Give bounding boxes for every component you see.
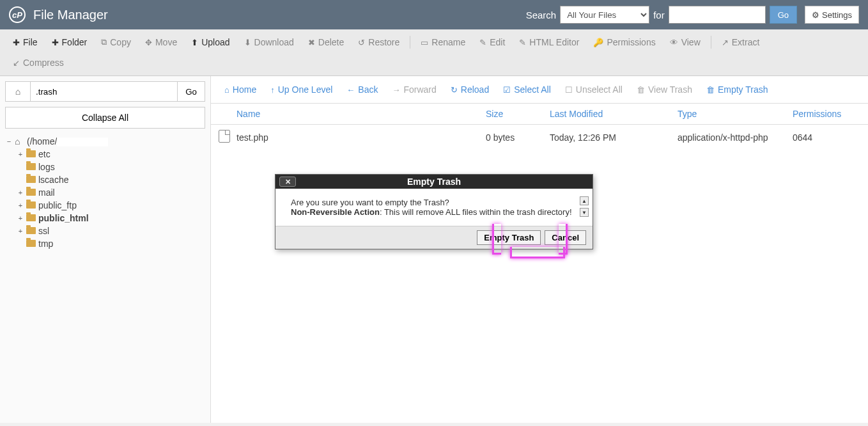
cancel-button[interactable]: Cancel [545, 230, 586, 245]
dialog-line2: Non-Reversible Action: This will remove … [291, 207, 577, 217]
tree-toggle-icon[interactable]: − [5, 138, 13, 145]
search-scope-select[interactable]: All Your Files [560, 6, 649, 24]
forward-button[interactable]: →Forward [386, 81, 442, 98]
content-toolbar: ⌂Home ↑Up One Level ←Back →Forward ↻Relo… [211, 76, 868, 104]
permissions-label: Permissions [607, 37, 655, 47]
move-button[interactable]: ✥Move [139, 33, 183, 51]
restore-icon: ↺ [358, 38, 365, 47]
file-size: 0 bytes [486, 132, 550, 143]
file-button[interactable]: ✚File [6, 33, 44, 51]
tree-item-tmp[interactable]: tmp [17, 237, 205, 250]
copy-button[interactable]: ⧉Copy [95, 33, 137, 51]
upload-button[interactable]: ⬆Upload [185, 33, 236, 51]
col-size-header[interactable]: Size [486, 109, 550, 119]
back-label: Back [358, 84, 378, 95]
gear-icon: ⚙ [812, 10, 819, 20]
tree-toggle-icon[interactable] [17, 163, 24, 171]
forward-label: Forward [403, 84, 436, 95]
main-toolbar: ✚File ✚Folder ⧉Copy ✥Move ⬆Upload ⬇Downl… [0, 29, 868, 76]
col-modified-header[interactable]: Last Modified [550, 109, 678, 119]
select-all-label: Select All [514, 84, 551, 95]
tree-toggle-icon[interactable]: + [17, 227, 24, 235]
permissions-button[interactable]: 🔑Permissions [587, 33, 662, 51]
tree-toggle-icon[interactable]: + [17, 150, 24, 158]
edit-label: Edit [490, 37, 505, 47]
home-icon: ⌂ [15, 136, 25, 146]
reload-label: Reload [461, 84, 489, 95]
tree-item-etc[interactable]: +etc [17, 148, 205, 161]
back-button[interactable]: ←Back [341, 81, 384, 98]
settings-button[interactable]: ⚙ Settings [805, 6, 859, 24]
tree-toggle-icon[interactable]: + [17, 214, 24, 222]
collapse-all-button[interactable]: Collapse All [5, 107, 205, 129]
table-row[interactable]: test.php0 bytesToday, 12:26 PMapplicatio… [211, 125, 868, 150]
dialog-close-button[interactable]: ✕ [279, 177, 296, 187]
tree-label: etc [38, 149, 50, 159]
reload-icon: ↻ [451, 85, 458, 95]
tree-item-ssl[interactable]: +ssl [17, 225, 205, 237]
download-button[interactable]: ⬇Download [238, 33, 300, 51]
compress-button[interactable]: ↙Compress [6, 54, 70, 72]
copy-label: Copy [110, 37, 131, 47]
tree-label: ssl [38, 226, 49, 236]
extract-button[interactable]: ↗Extract [715, 33, 766, 51]
tree-item-logs[interactable]: logs [17, 161, 205, 173]
search-go-button[interactable]: Go [770, 6, 797, 24]
separator [711, 36, 711, 49]
delete-button[interactable]: ✖Delete [302, 33, 350, 51]
scroll-up-button[interactable]: ▲ [580, 196, 589, 205]
home-icon: ⌂ [224, 85, 229, 95]
delete-icon: ✖ [308, 38, 315, 47]
select-all-button[interactable]: ☑Select All [497, 81, 557, 98]
html-editor-button[interactable]: ✎HTML Editor [513, 33, 585, 51]
tree-toggle-icon[interactable]: + [17, 201, 24, 209]
download-label: Download [254, 37, 294, 47]
trash-icon: 🗑 [637, 85, 645, 95]
home-button[interactable]: ⌂Home [219, 81, 262, 98]
tree-toggle-icon[interactable] [17, 176, 24, 184]
confirm-empty-trash-button[interactable]: Empty Trash [477, 230, 541, 245]
path-go-button[interactable]: Go [178, 81, 205, 102]
compress-icon: ↙ [13, 58, 20, 68]
tree-root[interactable]: − ⌂ (/home/ [5, 135, 205, 148]
folder-label: Folder [62, 37, 88, 47]
tree-toggle-icon[interactable]: + [17, 189, 24, 196]
tree-item-public_html[interactable]: +public_html [17, 212, 205, 225]
col-permissions-header[interactable]: Permissions [793, 109, 856, 119]
dialog-text: : This will remove ALL files within the … [380, 207, 572, 217]
file-permissions: 0644 [793, 132, 856, 143]
col-name-header[interactable]: Name [236, 109, 486, 119]
scroll-down-button[interactable]: ▼ [580, 208, 589, 217]
html-editor-label: HTML Editor [529, 37, 579, 47]
tree-item-mail[interactable]: +mail [17, 186, 205, 199]
path-input[interactable] [31, 81, 178, 102]
separator [410, 36, 410, 49]
empty-trash-button[interactable]: 🗑Empty Trash [701, 81, 774, 98]
tree-toggle-icon[interactable] [17, 240, 24, 248]
tree-item-public_ftp[interactable]: +public_ftp [17, 199, 205, 212]
empty-trash-dialog: ✕ Empty Trash Are you sure you want to e… [275, 174, 593, 249]
reload-button[interactable]: ↻Reload [445, 81, 495, 98]
upload-label: Upload [201, 37, 229, 47]
edit-button[interactable]: ✎Edit [473, 33, 511, 51]
download-icon: ⬇ [244, 38, 251, 47]
path-home-button[interactable]: ⌂ [5, 81, 31, 102]
view-trash-button[interactable]: 🗑View Trash [631, 81, 698, 98]
col-type-header[interactable]: Type [678, 109, 793, 119]
view-button[interactable]: 👁View [663, 33, 707, 51]
tree-item-lscache[interactable]: lscache [17, 173, 205, 186]
search-input[interactable] [669, 6, 766, 24]
folder-icon [26, 175, 36, 185]
restore-button[interactable]: ↺Restore [352, 33, 406, 51]
folder-icon [26, 187, 36, 198]
folder-button[interactable]: ✚Folder [45, 33, 94, 51]
extract-icon: ↗ [722, 38, 729, 47]
rename-button[interactable]: ▭Rename [414, 33, 472, 51]
dialog-body: Are you sure you want to empty the Trash… [275, 189, 593, 226]
up-one-level-button[interactable]: ↑Up One Level [265, 81, 338, 98]
up-icon: ↑ [270, 85, 275, 95]
copy-icon: ⧉ [101, 37, 107, 47]
tree-label: mail [38, 187, 55, 198]
folder-icon [26, 149, 36, 159]
unselect-all-button[interactable]: ☐Unselect All [559, 81, 628, 98]
